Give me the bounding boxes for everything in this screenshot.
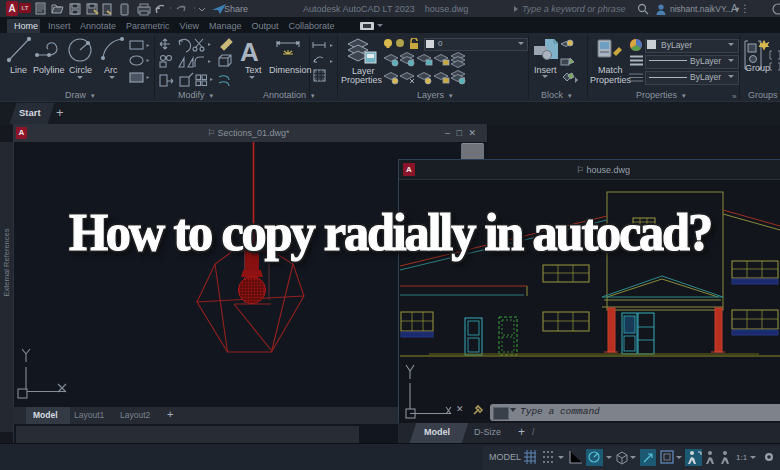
svg-text:1:1: 1:1 <box>736 453 748 462</box>
